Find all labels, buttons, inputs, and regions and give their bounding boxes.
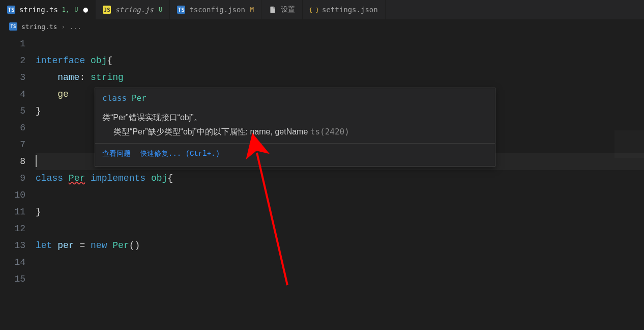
line-number: 9 — [0, 170, 25, 187]
breadcrumb-ellipsis: ... — [69, 23, 81, 31]
tab-settings-ui[interactable]: 设置 — [261, 0, 303, 19]
line-number: 3 — [0, 69, 25, 86]
code-line: interface obj{ — [36, 52, 644, 69]
line-number: 1 — [0, 36, 25, 52]
code-line: let per = new Per() — [36, 237, 644, 254]
tab-label: settings.json — [322, 6, 378, 14]
text-cursor — [36, 155, 37, 167]
line-number: 12 — [0, 221, 25, 237]
code-line: class Per implements obj{ — [36, 170, 644, 187]
code-line — [36, 271, 644, 288]
line-number: 4 — [0, 86, 25, 103]
json-braces-icon: { } — [310, 6, 318, 14]
tab-tsconfig[interactable]: TS tsconfig.json M — [170, 0, 261, 19]
tab-string-ts[interactable]: TS string.ts 1, U ● — [0, 0, 96, 19]
tab-label: string.js — [115, 6, 154, 14]
tab-status: M — [250, 6, 254, 13]
line-number: 6 — [0, 120, 25, 136]
code-line: } — [36, 204, 644, 221]
tab-string-js[interactable]: JS string.js U — [96, 0, 170, 19]
editor[interactable]: 1 2 3 4 5 6 7 8 9 10 11 12 13 14 15 inte… — [0, 34, 644, 288]
code-area[interactable]: interface obj{ name: string ge } class P… — [36, 36, 644, 288]
line-number: 11 — [0, 204, 25, 221]
code-line — [36, 221, 644, 237]
breadcrumb-sep: › — [61, 23, 65, 31]
shortcut-hint: (Ctrl+.) — [186, 150, 220, 158]
line-number: 7 — [0, 136, 25, 153]
code-line — [36, 254, 644, 271]
tab-label: tsconfig.json — [189, 6, 245, 14]
tab-label: 设置 — [281, 5, 295, 14]
code-line — [36, 187, 644, 204]
minimap[interactable] — [614, 34, 644, 288]
tab-status: U — [74, 6, 78, 13]
line-number: 5 — [0, 103, 25, 120]
tab-label: string.ts — [19, 6, 58, 14]
diagnostic-hover: class Per 类“Per”错误实现接口“obj”。 类型“Per”缺少类型… — [95, 88, 495, 167]
quick-fix-link[interactable]: 快速修复... — [140, 150, 181, 158]
ts-icon: TS — [177, 6, 185, 14]
hover-actions: 查看问题 快速修复... (Ctrl+.) — [95, 143, 495, 166]
error-squiggle: Per — [69, 173, 85, 183]
view-problem-link[interactable]: 查看问题 — [102, 147, 131, 161]
minimap-slider[interactable] — [614, 130, 644, 158]
tab-settings-json[interactable]: { } settings.json — [303, 0, 386, 19]
tab-status: U — [159, 6, 162, 13]
file-icon — [269, 6, 277, 14]
ts-icon: TS — [9, 22, 17, 31]
hover-message: 类“Per”错误实现接口“obj”。 类型“Per”缺少类型“obj”中的以下属… — [95, 108, 495, 143]
breadcrumb-file: string.ts — [21, 23, 57, 31]
hover-signature: class Per — [95, 88, 495, 108]
ts-icon: TS — [7, 6, 15, 14]
line-number: 14 — [0, 254, 25, 271]
tab-git-num: 1, — [62, 6, 69, 13]
line-number: 15 — [0, 271, 25, 288]
code-line — [36, 36, 644, 52]
line-number: 10 — [0, 187, 25, 204]
code-line: name: string — [36, 69, 644, 86]
tab-bar: TS string.ts 1, U ● JS string.js U TS ts… — [0, 0, 644, 19]
line-number: 2 — [0, 52, 25, 69]
line-gutter: 1 2 3 4 5 6 7 8 9 10 11 12 13 14 15 — [0, 36, 36, 288]
js-icon: JS — [103, 6, 111, 14]
line-number: 13 — [0, 237, 25, 254]
line-number: 8 — [0, 153, 25, 170]
breadcrumb[interactable]: TS string.ts › ... — [0, 19, 644, 34]
